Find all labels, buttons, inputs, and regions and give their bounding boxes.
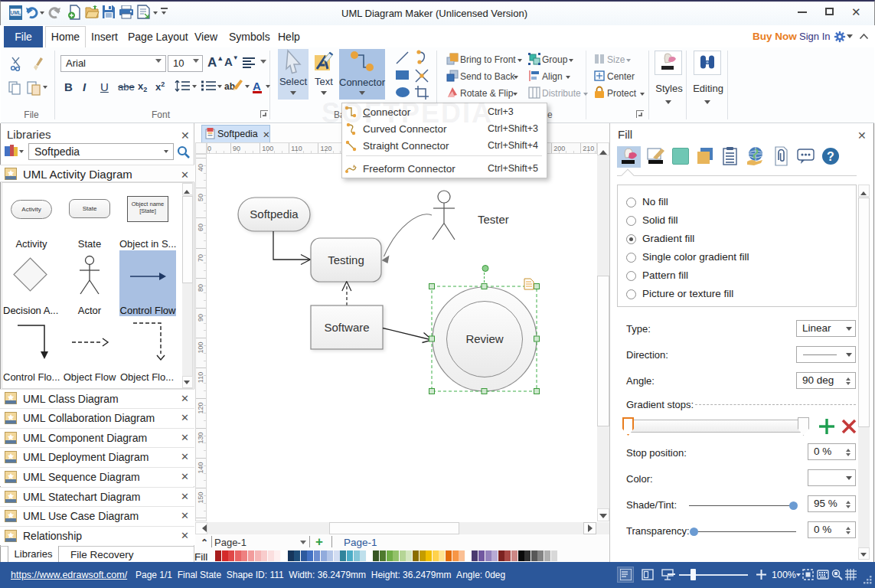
svg-text:Software: Software xyxy=(324,321,369,334)
svg-text:Tester: Tester xyxy=(478,213,509,226)
svg-text:Testing: Testing xyxy=(328,253,364,266)
svg-text:?: ? xyxy=(827,150,834,163)
svg-text:Review: Review xyxy=(465,332,503,345)
svg-text:Softpedia: Softpedia xyxy=(250,207,299,220)
svg-text:UML: UML xyxy=(10,10,21,15)
